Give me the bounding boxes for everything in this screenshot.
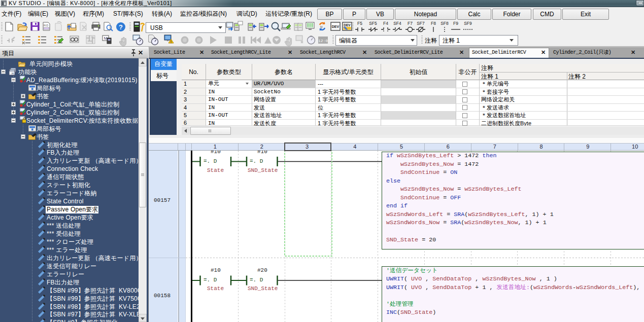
svg-text:H: H — [12, 71, 14, 75]
svg-text:12:0: 12:0 — [318, 39, 328, 43]
svg-text:!: ! — [171, 40, 172, 44]
